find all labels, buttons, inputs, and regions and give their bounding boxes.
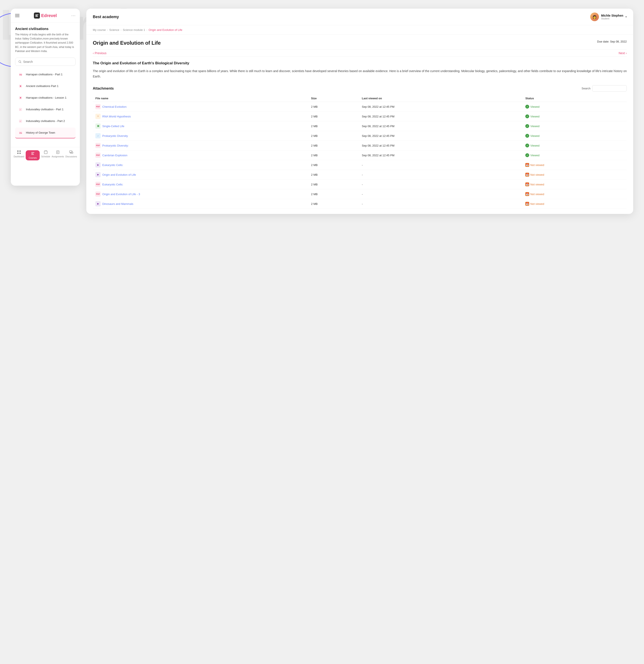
file-status-cell: 📅 Not viewed	[523, 170, 627, 180]
pdf-icon: PDF	[96, 191, 101, 196]
academy-name: Best academy	[93, 15, 119, 19]
file-name-cell: ♪ Prokaryotic Diversity	[93, 131, 308, 141]
main-header: Best academy 👩 Michle Stephen Student ▾	[86, 8, 633, 25]
file-size-cell: 2 MB	[308, 102, 359, 111]
course-label: Harrapan civilisations - Part 1	[26, 73, 63, 76]
sidebar-course-item[interactable]: ♪Indusvalley civilisations - Part 2	[15, 116, 76, 127]
file-size-cell: 2 MB	[308, 180, 359, 189]
breadcrumb-item[interactable]: Science module 1	[123, 28, 145, 32]
table-body: PDF Chemical Evolution: 2 MB Sep 08, 202…	[93, 102, 627, 209]
file-link[interactable]: Single-Celled Life	[102, 125, 124, 128]
viewed-icon: ✓	[525, 134, 529, 138]
due-date: Due date: Sep 08, 2022	[597, 40, 627, 43]
nav-item-schedule[interactable]: Schedule	[41, 150, 50, 160]
status-viewed: ✓ Viewed	[525, 153, 624, 157]
sidebar-course-item[interactable]: PDFHistory of George Town	[15, 128, 76, 138]
sidebar-course-item[interactable]: Ancient civilisations Part 1	[15, 81, 76, 92]
file-size-cell: 2 MB	[308, 150, 359, 160]
attachment-search-input[interactable]	[592, 85, 627, 91]
file-size-cell: 2 MB	[308, 141, 359, 150]
not-viewed-icon: 📅	[525, 182, 529, 186]
svg-rect-17	[17, 150, 19, 152]
hamburger-menu[interactable]	[15, 14, 19, 17]
dots-menu[interactable]: ⋯	[71, 13, 76, 18]
table-row: ♪ Prokaryotic Diversity 2 MB Sep 08, 202…	[93, 131, 627, 141]
file-link[interactable]: Cambrian Explosion	[102, 154, 127, 157]
breadcrumb-item[interactable]: Science	[109, 28, 119, 32]
file-size-cell: 2 MB	[308, 199, 359, 209]
pdf-icon: PDF	[18, 130, 23, 136]
svg-rect-22	[31, 153, 34, 154]
nav-item-courses[interactable]: Courses	[26, 150, 40, 160]
avatar: 👩	[590, 13, 599, 21]
logo-icon	[34, 13, 40, 19]
file-size-cell: 2 MB	[308, 189, 359, 199]
file-last-viewed-cell: Sep 08, 2022 at 12:45 PM	[359, 141, 523, 150]
previous-button[interactable]: ‹ Previous	[93, 51, 106, 55]
section-desc: The History of India begins with the bir…	[15, 33, 76, 53]
file-link[interactable]: Origin and Evolution of Life - 3	[102, 192, 140, 196]
file-name-cell: ? RNA World Hypothesis	[93, 111, 308, 121]
music-icon: ♪	[18, 118, 23, 124]
file-status-cell: ✓ Viewed	[523, 141, 627, 150]
svg-rect-0	[35, 15, 38, 15]
file-status-cell: 📅 Not viewed	[523, 189, 627, 199]
table-row: ? RNA World Hypothesis 2 MB Sep 08, 2022…	[93, 111, 627, 121]
svg-rect-23	[31, 154, 34, 155]
status-viewed: ✓ Viewed	[525, 105, 624, 109]
video-icon: ▶	[96, 172, 101, 177]
file-name-cell: PDF Eukaryotic Cells:	[93, 180, 308, 189]
main-container: Edrevel ⋯ Ancient civilisations The Hist…	[0, 0, 644, 223]
nav-label: Schedule	[41, 155, 50, 158]
file-link[interactable]: RNA World Hypothesis	[102, 115, 131, 118]
nav-item-assignments[interactable]: Assignments	[51, 150, 64, 160]
table-row: PDF Chemical Evolution: 2 MB Sep 08, 202…	[93, 102, 627, 111]
file-link[interactable]: Origin and Evolution of Life	[102, 173, 136, 177]
viewed-icon: ✓	[525, 144, 529, 147]
not-viewed-icon: 📅	[525, 173, 529, 177]
sidebar-course-item[interactable]: PDFHarrapan civilisations - Part 1	[15, 69, 76, 80]
viewed-icon: ✓	[525, 115, 529, 118]
sidebar-course-item[interactable]: ♪Indusvalley civilisation - Part 1	[15, 104, 76, 115]
file-link[interactable]: Prokaryotic Diversity:	[102, 144, 129, 147]
breadcrumb-item[interactable]: My course	[93, 28, 106, 32]
file-link[interactable]: Chemical Evolution:	[102, 105, 127, 108]
pdf-icon: PDF	[96, 152, 101, 158]
search-box[interactable]	[15, 58, 76, 66]
table-column-header: File name	[93, 95, 308, 102]
table-row: PDF Eukaryotic Cells: 2 MB - 📅 Not viewe…	[93, 180, 627, 189]
svg-text:♪: ♪	[20, 120, 21, 122]
status-not-viewed: 📅 Not viewed	[525, 202, 624, 206]
file-last-viewed-cell: Sep 08, 2022 at 12:45 PM	[359, 111, 523, 121]
file-link[interactable]: Eukaryotic Cells:	[102, 163, 123, 167]
course-label: Ancient civilisations Part 1	[26, 84, 59, 88]
article-title: The Origin and Evolution of Earth's Biol…	[93, 61, 627, 65]
viewed-icon: ✓	[525, 105, 529, 109]
search-input[interactable]	[23, 60, 72, 63]
file-link[interactable]: Eukaryotic Cells:	[102, 183, 123, 186]
chevron-left-icon: ‹	[93, 51, 94, 55]
schedule-icon	[44, 150, 48, 154]
sidebar-course-item[interactable]: Harrapan civilisations - Lesson 1	[15, 92, 76, 103]
svg-line-4	[21, 62, 21, 63]
file-last-viewed-cell: -	[359, 170, 523, 180]
status-viewed: ✓ Viewed	[525, 134, 624, 138]
file-status-cell: ✓ Viewed	[523, 111, 627, 121]
nav-item-discussions[interactable]: Discussions	[65, 150, 77, 160]
file-last-viewed-cell: Sep 08, 2022 at 12:45 PM	[359, 102, 523, 111]
attachments-title: Attachments	[93, 87, 114, 90]
user-profile[interactable]: 👩 Michle Stephen Student ▾	[590, 13, 627, 21]
chevron-down-icon: ▾	[625, 15, 627, 18]
user-role: Student	[601, 17, 623, 20]
course-label: History of George Town	[26, 131, 55, 134]
status-not-viewed: 📅 Not viewed	[525, 182, 624, 186]
breadcrumb-separator: ›	[121, 28, 122, 32]
nav-label: Discussions	[65, 155, 77, 158]
search-icon	[18, 60, 22, 63]
pdf-icon: PDF	[96, 182, 101, 187]
next-button[interactable]: Next ›	[619, 51, 627, 55]
file-link[interactable]: Dinosaurs and Mammals	[102, 202, 133, 206]
nav-item-dashboard[interactable]: Dashboard	[14, 150, 24, 160]
table-row: ▶ Eukaryotic Cells: 2 MB - 📅 Not viewed	[93, 160, 627, 170]
file-link[interactable]: Prokaryotic Diversity	[102, 134, 128, 138]
